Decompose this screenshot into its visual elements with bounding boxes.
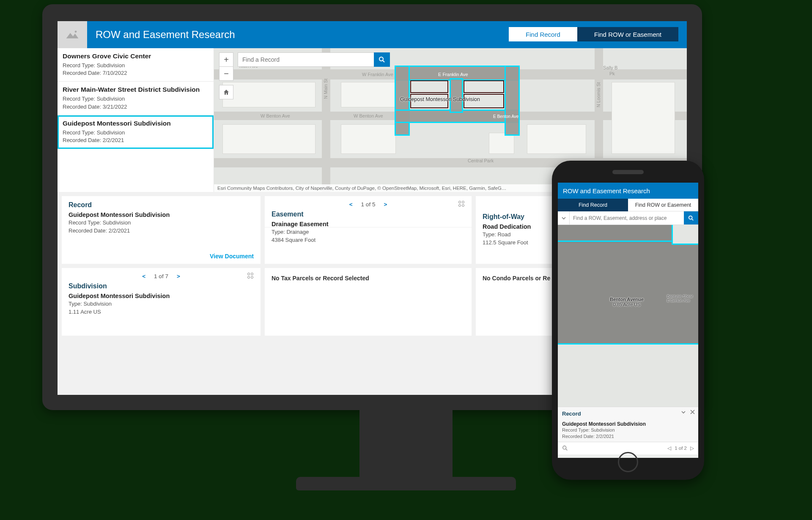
map-parcel: [527, 124, 586, 154]
map-search: [238, 52, 390, 67]
map-parcel: [341, 82, 396, 107]
park-label: Central Park: [468, 158, 494, 163]
map-selection: [451, 79, 462, 112]
park-label: Sally B: [603, 65, 617, 70]
mobile-tab-find-row[interactable]: Find ROW or Easement: [628, 199, 698, 211]
close-button[interactable]: [690, 410, 695, 415]
card-heading: Record: [69, 201, 254, 209]
svg-point-8: [248, 273, 250, 275]
grid-view-button[interactable]: [458, 200, 466, 208]
svg-point-12: [689, 216, 692, 219]
svg-point-7: [462, 205, 464, 207]
mobile-map-sublabel: 0.85 Acre US: [591, 302, 663, 307]
map-parcel: [222, 82, 315, 107]
pager-next[interactable]: ▷: [690, 445, 694, 451]
mobile-search-input[interactable]: [570, 211, 684, 224]
pager-prev[interactable]: <: [140, 273, 147, 279]
mobile-search-button[interactable]: [684, 211, 698, 224]
subdivision-pager: < 1 of 7 >: [69, 270, 254, 282]
map-feature-label: Guidepost Montessori Subdivision: [400, 96, 480, 102]
mobile-title: ROW and Easement Research: [563, 187, 650, 194]
search-source-toggle[interactable]: [558, 211, 570, 224]
grid-icon: [247, 272, 255, 280]
record-item[interactable]: River Main-Water Street District Subdivi…: [58, 82, 214, 115]
monitor-stand: [359, 405, 453, 481]
subdivision-title: Guidepost Montessori Subdivision: [69, 293, 254, 299]
tab-find-row-easement[interactable]: Find ROW or Easement: [577, 27, 678, 41]
map-road: [322, 48, 330, 192]
easement-title: Drainage Easement: [272, 221, 465, 227]
map-parcel: [222, 124, 315, 154]
record-item-date: Recorded Date: 3/21/2022: [63, 103, 208, 111]
pager-text: 1 of 7: [154, 273, 168, 279]
app-title: ROW and Easement Research: [96, 29, 235, 41]
map-parcel: [612, 82, 675, 154]
easement-area: 4384 Square Foot: [272, 236, 465, 244]
record-item[interactable]: Downers Grove Civic Center Record Type: …: [58, 48, 214, 82]
map-selected-parcel: [410, 80, 448, 93]
home-icon: [223, 89, 230, 96]
mobile-header: ROW and Easement Research: [558, 183, 698, 199]
view-document-link[interactable]: View Document: [210, 253, 254, 260]
street-label: N Loomis St: [596, 82, 601, 107]
mobile-record-panel: Record Guidepost Montessori Subdivision …: [558, 407, 698, 442]
svg-line-3: [383, 60, 384, 62]
map-selected-parcel: [464, 80, 504, 93]
pager-next[interactable]: >: [175, 273, 182, 279]
chevron-down-icon: [681, 410, 686, 415]
record-card: Record Guidepost Montessori Subdivision …: [62, 196, 261, 264]
mobile-map-side-label2: E Benton Ave: [667, 298, 697, 303]
pager-prev[interactable]: ◁: [667, 445, 671, 451]
park-label: Pk: [609, 71, 615, 76]
search-icon: [688, 215, 694, 221]
svg-line-15: [566, 449, 568, 451]
svg-line-13: [692, 219, 694, 220]
card-heading: Subdivision: [69, 282, 254, 290]
record-item-title: River Main-Water Street District Subdivi…: [63, 86, 208, 93]
mobile-pager-text: 1 of 2: [675, 446, 687, 451]
easement-type: Type: Drainage: [272, 228, 465, 236]
tab-find-record[interactable]: Find Record: [509, 27, 577, 41]
app-logo: [58, 21, 87, 48]
pager-text: 1 of 5: [361, 201, 376, 208]
svg-point-5: [462, 201, 464, 203]
magnify-icon: [562, 445, 568, 451]
app-header: ROW and Easement Research Find Record Fi…: [58, 21, 687, 48]
pager-prev[interactable]: <: [348, 201, 354, 208]
street-label: E Franklin Ave: [438, 72, 468, 77]
record-date: Recorded Date: 2/2/2021: [69, 227, 254, 235]
record-item-type: Record Type: Subdivision: [63, 129, 208, 137]
svg-point-1: [75, 30, 77, 33]
grid-view-button[interactable]: [247, 272, 255, 280]
record-item-date: Recorded Date: 2/2/2021: [63, 137, 208, 144]
zoom-to-button[interactable]: [562, 445, 568, 451]
mobile-record-date: Recorded Date: 2/2/2021: [562, 433, 694, 440]
record-item-title: Downers Grove Civic Center: [63, 52, 208, 60]
map-zoom-controls: + −: [219, 52, 233, 99]
record-item-title: Guidepost Montessori Subdivision: [63, 120, 208, 127]
record-item-selected[interactable]: Guidepost Montessori Subdivision Record …: [58, 115, 214, 149]
svg-point-10: [248, 276, 250, 279]
svg-point-4: [459, 201, 461, 203]
map-selection: [558, 242, 698, 343]
svg-marker-0: [66, 33, 79, 38]
home-extent-button[interactable]: [219, 85, 233, 99]
mobile-app: ROW and Easement Research Find Record Fi…: [558, 183, 698, 458]
map-search-input[interactable]: [238, 52, 374, 67]
record-list[interactable]: Downers Grove Civic Center Record Type: …: [58, 48, 214, 192]
map-parcel: [489, 133, 514, 154]
map-search-button[interactable]: [374, 52, 390, 67]
map-selection-notch: [673, 225, 698, 244]
zoom-out-button[interactable]: −: [219, 66, 233, 81]
mobile-tab-find-record[interactable]: Find Record: [558, 199, 628, 211]
phone-mockup: ROW and Easement Research Find Record Fi…: [552, 161, 704, 480]
pager-next[interactable]: >: [382, 201, 389, 208]
svg-point-9: [251, 273, 253, 275]
collapse-button[interactable]: [681, 410, 686, 415]
easement-card: < 1 of 5 > Easement Drainage Easement Ty…: [265, 196, 472, 264]
street-label: W Franklin Ave: [362, 72, 393, 77]
mobile-map[interactable]: Benton Avenue 0.85 Acre US Bentunis Sbea…: [558, 225, 698, 407]
zoom-in-button[interactable]: +: [219, 52, 233, 67]
record-item-type: Record Type: Subdivision: [63, 62, 208, 69]
mobile-map-side-label: Bentunis Sbear: [667, 294, 697, 298]
